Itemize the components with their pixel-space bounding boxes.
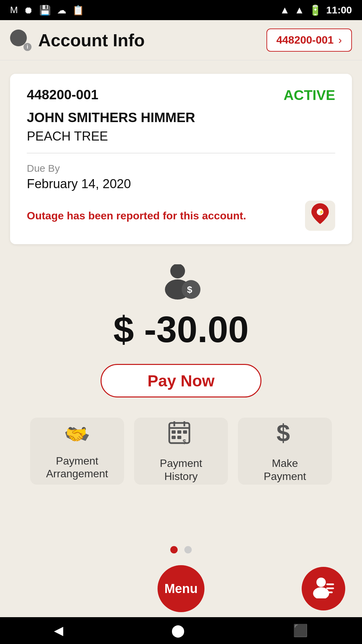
svg-text:🤝: 🤝 bbox=[65, 424, 87, 444]
pay-now-label: Pay Now bbox=[147, 372, 215, 390]
page-dot-1 bbox=[170, 546, 178, 553]
page-dot-2 bbox=[184, 546, 192, 553]
payment-history-button[interactable]: $ PaymentHistory bbox=[134, 418, 228, 485]
android-nav-bar: ◀ ⬤ ⬛ bbox=[0, 617, 362, 644]
battery-icon: 🔋 bbox=[309, 4, 321, 16]
avatar-circle bbox=[10, 30, 27, 46]
status-bar: M ⏺ 💾 ☁ 📋 ▲ ▲ 🔋 11:00 bbox=[0, 0, 362, 20]
svg-rect-17 bbox=[177, 436, 181, 439]
back-button[interactable]: ◀ bbox=[54, 624, 63, 638]
svg-rect-16 bbox=[172, 436, 176, 439]
header-avatar: i bbox=[10, 30, 32, 51]
account-number: 448200-001 bbox=[27, 87, 99, 102]
cloud-icon: ☁ bbox=[57, 5, 66, 16]
make-payment-label: MakePayment bbox=[264, 457, 306, 483]
payment-arrangement-label: PaymentArrangement bbox=[46, 454, 108, 480]
contacts-icon bbox=[312, 575, 335, 603]
outage-message: Outage has been reported for this accoun… bbox=[27, 210, 305, 222]
svg-point-2 bbox=[170, 264, 185, 278]
svg-text:$: $ bbox=[277, 420, 290, 446]
balance-amount: $ -30.00 bbox=[113, 308, 249, 351]
payment-arrangement-button[interactable]: 🤝 PaymentArrangement bbox=[30, 418, 124, 485]
clock: 11:00 bbox=[326, 4, 352, 16]
due-by-label: Due By bbox=[27, 163, 335, 174]
map-pin-icon: ⚡ bbox=[311, 203, 329, 228]
outage-row: Outage has been reported for this accoun… bbox=[27, 201, 335, 231]
svg-rect-13 bbox=[172, 430, 176, 434]
home-button[interactable]: ⬤ bbox=[171, 624, 185, 638]
outage-report-button[interactable]: ⚡ bbox=[305, 201, 335, 231]
account-status: ACTIVE bbox=[284, 87, 335, 103]
svg-point-20 bbox=[316, 578, 326, 587]
handshake-icon: 🤝 bbox=[64, 422, 90, 449]
location-name: PEACH TREE bbox=[27, 129, 335, 153]
account-card: 448200-001 ACTIVE JOHN SMITHERS HIMMER P… bbox=[10, 74, 352, 244]
due-date: February 14, 2020 bbox=[27, 177, 335, 191]
svg-text:$: $ bbox=[187, 284, 192, 295]
avatar-info-badge: i bbox=[23, 43, 32, 51]
calendar-icon: 📋 bbox=[72, 5, 84, 16]
page-indicators bbox=[170, 546, 192, 560]
header-left: i Account Info bbox=[10, 30, 145, 51]
header: i Account Info 448200-001 › bbox=[0, 20, 362, 60]
action-buttons: 🤝 PaymentArrangement bbox=[10, 418, 352, 485]
make-payment-button[interactable]: $ MakePayment bbox=[238, 418, 332, 485]
wifi-icon: ▲ bbox=[280, 4, 290, 16]
signal-icon: ▲ bbox=[295, 4, 305, 16]
account-selector-number: 448200-001 bbox=[277, 34, 334, 46]
gmail-icon: M bbox=[10, 5, 18, 15]
menu-button[interactable]: Menu bbox=[158, 565, 204, 612]
save-icon: 💾 bbox=[39, 5, 51, 16]
record-icon: ⏺ bbox=[24, 5, 33, 16]
main-content: 448200-001 ACTIVE JOHN SMITHERS HIMMER P… bbox=[0, 60, 362, 560]
payment-history-label: PaymentHistory bbox=[160, 457, 202, 483]
svg-rect-15 bbox=[183, 430, 187, 434]
balance-icon: $ bbox=[159, 264, 203, 301]
svg-rect-14 bbox=[177, 430, 181, 434]
status-icons-left: M ⏺ 💾 ☁ 📋 bbox=[10, 5, 84, 16]
recents-button[interactable]: ⬛ bbox=[293, 624, 308, 638]
chevron-right-icon: › bbox=[338, 34, 342, 46]
calendar-dollar-icon: $ bbox=[168, 420, 194, 451]
status-icons-right: ▲ ▲ 🔋 11:00 bbox=[280, 4, 352, 16]
page-title: Account Info bbox=[38, 30, 145, 50]
svg-text:$: $ bbox=[183, 438, 186, 445]
pay-now-button[interactable]: Pay Now bbox=[101, 364, 261, 397]
balance-section: $ $ -30.00 Pay Now 🤝 P bbox=[10, 264, 352, 485]
account-selector-button[interactable]: 448200-001 › bbox=[266, 29, 352, 52]
customer-name: JOHN SMITHERS HIMMER bbox=[27, 110, 335, 125]
bottom-bar: Menu bbox=[0, 560, 362, 617]
menu-label: Menu bbox=[164, 582, 197, 596]
dollar-sign-icon: $ bbox=[275, 420, 295, 451]
card-header-row: 448200-001 ACTIVE bbox=[27, 87, 335, 103]
svg-text:⚡: ⚡ bbox=[318, 209, 324, 215]
contacts-fab-button[interactable] bbox=[302, 567, 345, 610]
